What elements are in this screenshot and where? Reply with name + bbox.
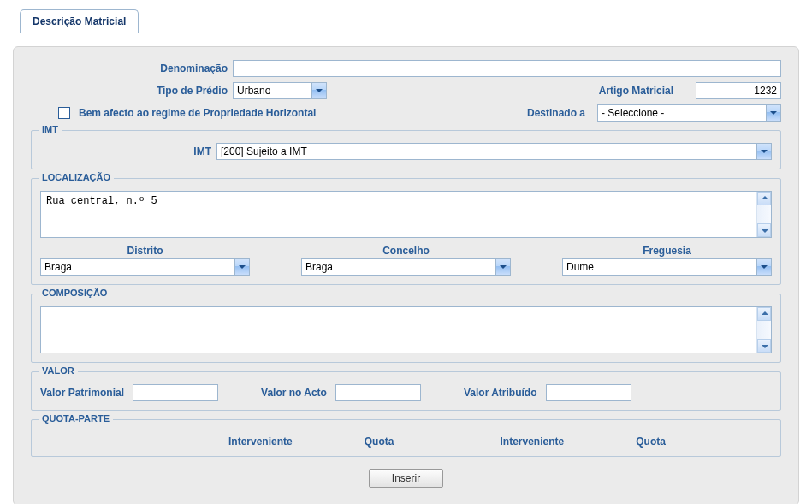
inserir-button[interactable]: Inserir — [369, 469, 443, 488]
quota-parte-group: QUOTA-PARTE Interveniente Quota Interven… — [31, 419, 781, 457]
valor-group: VALOR Valor Patrimonial Valor no Acto Va… — [31, 371, 781, 411]
freguesia-label: Freguesia — [562, 245, 772, 257]
localizacao-group: LOCALIZAÇÃO Distrito Braga Concelho — [31, 178, 781, 285]
localizacao-textarea[interactable] — [41, 192, 756, 234]
composicao-group-title: COMPOSIÇÃO — [39, 288, 110, 298]
imt-group: IMT IMT [200] Sujeito a IMT — [31, 130, 781, 169]
valor-atribuido-input[interactable] — [546, 384, 631, 401]
destinado-a-select[interactable]: - Seleccione - — [597, 104, 781, 122]
valor-acto-label: Valor no Acto — [261, 387, 327, 399]
tipo-predio-label: Tipo de Prédio — [31, 85, 228, 97]
imt-group-title: IMT — [39, 124, 62, 134]
imt-select-wrap: [200] Sujeito a IMT — [216, 143, 772, 160]
bem-afecto-checkbox[interactable] — [58, 107, 70, 119]
freguesia-select-wrap: Dume — [562, 258, 772, 276]
scrollbar[interactable] — [756, 192, 771, 237]
distrito-select[interactable]: Braga — [40, 258, 250, 276]
scroll-up-icon[interactable] — [757, 192, 771, 205]
scroll-down-icon[interactable] — [757, 339, 771, 353]
bem-afecto-label: Bem afecto ao regime de Propriedade Hori… — [79, 107, 316, 119]
denominacao-label: Denominação — [31, 62, 228, 74]
quota-col-quota-2: Quota — [636, 436, 772, 448]
valor-atribuido-label: Valor Atribuído — [464, 387, 537, 399]
scroll-down-icon[interactable] — [757, 223, 771, 237]
denominacao-input[interactable] — [233, 60, 781, 77]
quota-col-quota-1: Quota — [365, 436, 501, 448]
concelho-select-wrap: Braga — [301, 258, 511, 276]
tipo-predio-select[interactable]: Urbano — [233, 82, 327, 99]
distrito-select-wrap: Braga — [40, 258, 250, 276]
valor-patrimonial-label: Valor Patrimonial — [40, 387, 124, 399]
destinado-a-select-wrap: - Seleccione - — [597, 104, 781, 122]
valor-group-title: VALOR — [39, 365, 78, 376]
quota-col-interveniente-1: Interveniente — [228, 436, 365, 448]
main-panel: Denominação Tipo de Prédio Urbano Artigo… — [13, 46, 799, 504]
tab-strip: Descrição Matricial — [13, 9, 799, 33]
freguesia-select[interactable]: Dume — [562, 258, 772, 276]
concelho-select[interactable]: Braga — [301, 258, 511, 276]
composicao-textarea[interactable] — [41, 307, 756, 350]
quota-col-interveniente-2: Interveniente — [501, 436, 637, 448]
tipo-predio-select-wrap: Urbano — [233, 82, 327, 99]
concelho-label: Concelho — [301, 245, 511, 257]
composicao-group: COMPOSIÇÃO — [31, 294, 781, 363]
localizacao-group-title: LOCALIZAÇÃO — [39, 172, 114, 182]
artigo-matricial-input[interactable] — [696, 82, 781, 99]
composicao-textarea-wrap — [40, 306, 772, 353]
destinado-a-label: Destinado a — [527, 107, 585, 119]
artigo-matricial-label: Artigo Matricial — [599, 85, 673, 97]
localizacao-textarea-wrap — [40, 191, 772, 238]
tab-descricao-matricial[interactable]: Descrição Matricial — [20, 9, 139, 33]
valor-acto-input[interactable] — [335, 384, 421, 401]
quota-parte-group-title: QUOTA-PARTE — [39, 413, 113, 424]
imt-select[interactable]: [200] Sujeito a IMT — [216, 143, 772, 160]
scroll-up-icon[interactable] — [757, 307, 771, 321]
imt-label: IMT — [40, 145, 211, 157]
valor-patrimonial-input[interactable] — [133, 384, 218, 401]
scrollbar[interactable] — [756, 307, 771, 353]
distrito-label: Distrito — [40, 245, 250, 257]
